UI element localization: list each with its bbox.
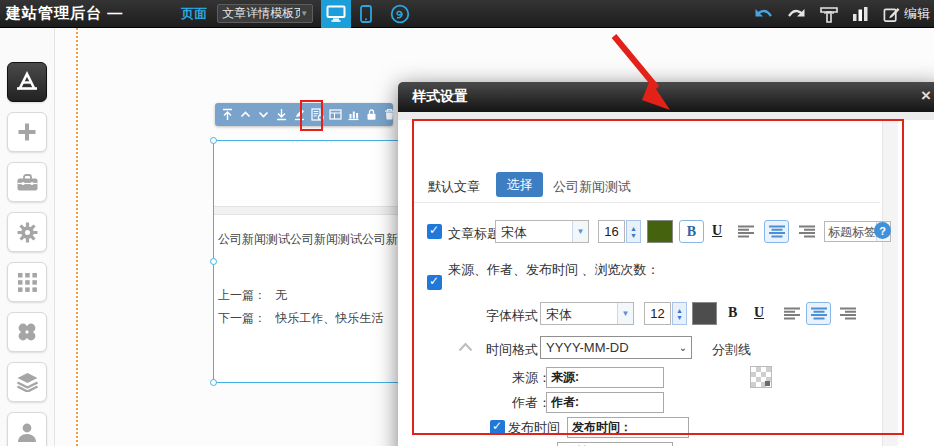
design-tools-icon	[15, 71, 39, 93]
chart-icon	[347, 108, 360, 121]
stats-button[interactable]	[347, 107, 360, 122]
prev-value[interactable]: 无	[275, 288, 287, 302]
prev-label: 上一篇：	[218, 288, 266, 302]
sidebar-item-design-tools[interactable]	[7, 62, 47, 102]
phone-icon	[360, 5, 372, 23]
toolbox-icon	[16, 173, 39, 192]
arrow-down-icon	[257, 108, 270, 121]
site-builder-app: 建站管理后台 — 页面 文章详情模板页 ▼	[0, 0, 934, 446]
sidebar-item-toolbox[interactable]	[7, 162, 47, 202]
next-value[interactable]: 快乐工作、快乐生活	[275, 311, 383, 325]
grid-icon	[17, 272, 38, 293]
left-sidebar	[0, 28, 55, 446]
undo-icon	[754, 7, 773, 21]
plus-icon	[16, 121, 38, 143]
statistics-button[interactable]	[852, 6, 869, 22]
ruler-icon	[820, 6, 838, 23]
mobile-view-button[interactable]	[351, 0, 381, 28]
layers-icon	[16, 372, 39, 392]
edit-pencil-icon	[883, 6, 900, 23]
monitor-icon	[326, 5, 346, 22]
template-select-value: 文章详情模板页	[222, 5, 300, 22]
top-navbar: 建站管理后台 — 页面 文章详情模板页 ▼	[0, 0, 934, 28]
user-icon	[16, 422, 38, 442]
modal-title: 样式设置	[412, 88, 468, 106]
sidebar-item-modules[interactable]	[7, 262, 47, 302]
arrow-up-icon	[239, 108, 252, 121]
trash-icon	[383, 108, 396, 121]
views-input[interactable]	[557, 442, 673, 446]
bar-chart-icon	[852, 6, 869, 22]
desktop-view-button[interactable]	[321, 0, 351, 28]
clover-icon	[16, 321, 38, 343]
template-select[interactable]: 文章详情模板页 ▼	[217, 4, 313, 23]
annotation-icon-highlight	[300, 100, 323, 131]
chevron-down-icon: ▼	[300, 9, 308, 18]
table-icon	[329, 108, 342, 121]
sidebar-item-settings[interactable]	[7, 212, 47, 252]
move-up-button[interactable]	[239, 107, 252, 122]
navbar-actions: 编辑	[754, 0, 930, 28]
annotation-arrow	[598, 28, 690, 116]
move-down-button[interactable]	[257, 107, 270, 122]
move-to-bottom-button[interactable]	[275, 107, 288, 122]
resize-handle-bottom-left[interactable]	[210, 379, 217, 386]
sidebar-item-profile[interactable]	[7, 412, 47, 446]
close-icon[interactable]: ×	[921, 86, 931, 106]
guide-line	[76, 28, 78, 446]
prev-article-line: 上一篇： 无	[218, 287, 287, 304]
page-label: 页面	[181, 5, 207, 23]
ruler-tool-button[interactable]	[820, 6, 838, 23]
redo-icon	[787, 7, 806, 21]
edit-button-label: 编辑	[904, 5, 930, 23]
redo-button[interactable]	[787, 7, 806, 21]
resize-handle-top-left[interactable]	[210, 137, 217, 144]
sidebar-item-components[interactable]	[7, 312, 47, 352]
resize-handle-mid-left[interactable]	[210, 258, 217, 265]
preview-link-button[interactable]	[385, 0, 415, 28]
lock-icon	[365, 108, 378, 121]
preview-link-icon	[390, 4, 410, 24]
arrow-to-top-icon	[221, 108, 234, 121]
arrow-to-bottom-icon	[275, 108, 288, 121]
edit-button[interactable]: 编辑	[883, 5, 930, 23]
sidebar-item-add[interactable]	[7, 112, 47, 152]
layout-button[interactable]	[329, 107, 342, 122]
next-label: 下一篇：	[218, 311, 266, 325]
undo-button[interactable]	[754, 7, 773, 21]
move-to-top-button[interactable]	[221, 107, 234, 122]
gear-icon	[16, 221, 39, 244]
sidebar-item-layers[interactable]	[7, 362, 47, 402]
delete-button[interactable]	[383, 107, 396, 122]
next-article-line: 下一篇： 快乐工作、快乐生活	[218, 310, 383, 327]
annotation-highlight-rect	[412, 119, 904, 435]
lock-button[interactable]	[365, 107, 378, 122]
app-title: 建站管理后台 —	[6, 4, 123, 23]
